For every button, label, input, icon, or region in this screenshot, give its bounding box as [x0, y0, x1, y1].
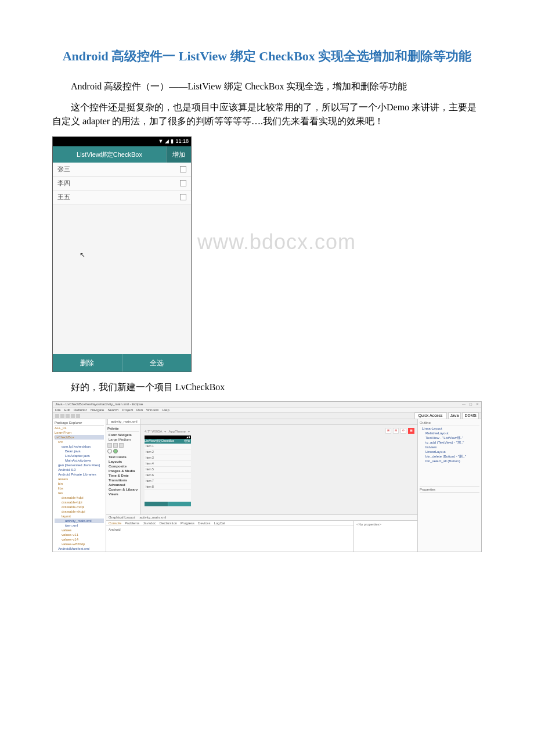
checkbox-icon[interactable]	[180, 194, 186, 200]
add-button[interactable]: 增加	[166, 146, 191, 163]
tab-problems[interactable]: Problems	[125, 521, 139, 526]
tree-item[interactable]: ALL_01	[55, 426, 104, 430]
layout-canvas[interactable]: 4.7" WXGA ▾ AppTheme ▾ ⊞⊟⟳▣ ◢ ▮ ListView…	[141, 425, 417, 514]
tree-item[interactable]: values-w820dp	[55, 542, 104, 546]
tab-logcat[interactable]: LogCat	[214, 521, 225, 526]
tree-item[interactable]: AndroidManifest.xml	[55, 546, 104, 551]
tree-item[interactable]: MainActivity.java	[55, 458, 104, 463]
device-selector[interactable]: 4.7" WXGA	[145, 429, 162, 434]
tree-item[interactable]: assets	[55, 477, 104, 481]
tree-item[interactable]: drawable-hdpi	[55, 495, 104, 500]
tab-console[interactable]: Console	[109, 521, 121, 526]
palette-item[interactable]: Layouts	[107, 459, 139, 464]
palette-item[interactable]: Custom & Library Views	[107, 487, 139, 496]
outline-item[interactable]: TextView - "ListView绑.."	[420, 435, 479, 440]
menu-item[interactable]: Run	[136, 408, 143, 413]
menu-item[interactable]: Search	[107, 408, 118, 413]
zoom-icon[interactable]: ⊟	[393, 428, 399, 434]
palette-panel[interactable]: Palette Form WidgetsLarge MediumText Fie…	[106, 425, 141, 514]
outline-item[interactable]: btn_delete (Button) - "删.."	[420, 454, 479, 459]
tree-item[interactable]: drawable-xhdpi	[55, 509, 104, 514]
checkbox-icon[interactable]	[180, 166, 186, 172]
tree-item[interactable]: libs	[55, 486, 104, 491]
list-item[interactable]: 李四	[53, 177, 191, 190]
palette-item[interactable]: Advanced	[107, 483, 139, 487]
outline-panel[interactable]: Outline LinearLayoutRelativeLayoutTextVi…	[417, 419, 481, 552]
theme-selector[interactable]: AppTheme	[168, 429, 185, 434]
tree-item[interactable]: Android Private Libraries	[55, 472, 104, 477]
outline-item[interactable]: listview	[420, 445, 479, 449]
menu-item[interactable]: Edit	[64, 408, 70, 413]
menu-item[interactable]: File	[55, 408, 61, 413]
tree-item[interactable]: ic_launcher-web.png	[55, 551, 104, 552]
outline-item[interactable]: tv_add (TextView) - "增.."	[420, 440, 479, 445]
console-tabs[interactable]: Console Problems Javadoc Declaration Pro…	[106, 521, 353, 526]
checkbox-icon[interactable]	[180, 180, 186, 186]
palette-item[interactable]: Large Medium	[107, 437, 139, 442]
radio-icon[interactable]	[113, 449, 118, 453]
toolbar-icon[interactable]	[76, 414, 80, 418]
toolbar-icon[interactable]	[60, 414, 64, 418]
canvas-zoom-controls[interactable]: ⊞⊟⟳▣	[385, 428, 414, 434]
tree-item[interactable]: item.xml	[55, 523, 104, 528]
tab-progress[interactable]: Progress	[181, 521, 194, 526]
tab-declaration[interactable]: Declaration	[160, 521, 177, 526]
palette-item[interactable]: Images & Media	[107, 469, 139, 473]
zoom-icon[interactable]: ▣	[408, 428, 414, 434]
menu-item[interactable]: Project	[122, 408, 133, 413]
tree-item[interactable]: drawable-mdpi	[55, 505, 104, 509]
editor-tabs[interactable]: activity_main.xml	[106, 419, 417, 425]
tree-item[interactable]: gen [Generated Java Files]	[55, 463, 104, 467]
outline-item[interactable]: btn_select_all (Button)	[420, 459, 479, 463]
toolbar-icon[interactable]	[66, 414, 70, 418]
tab-javadoc[interactable]: Javadoc	[143, 521, 156, 526]
tab-devices[interactable]: Devices	[198, 521, 210, 526]
palette-item[interactable]: Transitions	[107, 478, 139, 483]
tree-item[interactable]: values-v11	[55, 532, 104, 537]
tab-xml[interactable]: activity_main.xml	[139, 515, 166, 520]
tree-item[interactable]: bin	[55, 481, 104, 486]
perspective-ddms[interactable]: DDMS	[462, 412, 479, 420]
toolbar-icon[interactable]	[71, 414, 75, 418]
tree-item[interactable]: Android 6.0	[55, 467, 104, 472]
delete-button[interactable]: 删除	[53, 354, 122, 372]
tree-item[interactable]: LvCheckBox	[55, 435, 104, 440]
select-all-button[interactable]: 全选	[122, 354, 192, 372]
palette-widget-icon[interactable]	[107, 443, 112, 448]
editor-bottom-tabs[interactable]: Graphical Layout activity_main.xml	[106, 514, 417, 520]
zoom-icon[interactable]: ⟳	[400, 428, 406, 434]
palette-item[interactable]: Text Fields	[107, 455, 139, 459]
zoom-icon[interactable]: ⊞	[385, 428, 391, 434]
palette-item[interactable]: Form Widgets	[107, 433, 139, 437]
list-item[interactable]: 王五	[53, 190, 191, 204]
max-icon[interactable]: ▢	[469, 402, 472, 407]
menu-item[interactable]: Refactor	[74, 408, 87, 413]
tree-item[interactable]: layout	[55, 514, 104, 519]
tree-item[interactable]: com.lgl.lvcheckbox	[55, 444, 104, 449]
menu-item[interactable]: Window	[146, 408, 158, 413]
menu-item[interactable]: Navigate	[91, 408, 104, 413]
menu-item[interactable]: Help	[162, 408, 169, 413]
outline-item[interactable]: RelativeLayout	[420, 431, 479, 435]
radio-icon[interactable]	[107, 449, 112, 453]
tree-item[interactable]: LearnFrom	[55, 430, 104, 435]
tree-item[interactable]: ListAdapter.java	[55, 453, 104, 458]
palette-item[interactable]: Time & Date	[107, 473, 139, 478]
tab-graphical-layout[interactable]: Graphical Layout	[109, 515, 135, 520]
min-icon[interactable]: —	[462, 402, 466, 407]
quick-access[interactable]: Quick Access	[414, 412, 447, 420]
palette-widget-icon[interactable]	[113, 443, 118, 448]
tree-item[interactable]: drawable-ldpi	[55, 500, 104, 505]
tree-item[interactable]: values	[55, 528, 104, 532]
editor-tab[interactable]: activity_main.xml	[107, 419, 141, 424]
window-controls[interactable]: —▢✕	[462, 402, 479, 407]
perspective-java[interactable]: Java	[448, 412, 461, 420]
close-icon[interactable]: ✕	[476, 402, 479, 407]
palette-item[interactable]: Composite	[107, 464, 139, 469]
tree-item[interactable]: values-v14	[55, 537, 104, 542]
toolbar-icon[interactable]	[55, 414, 59, 418]
tree-item[interactable]: Bean.java	[55, 449, 104, 453]
package-explorer[interactable]: Package Explorer ALL_01LearnFromLvCheckB…	[53, 419, 106, 552]
tree-item[interactable]: res	[55, 491, 104, 495]
tree-item[interactable]: activity_main.xml	[55, 519, 104, 523]
